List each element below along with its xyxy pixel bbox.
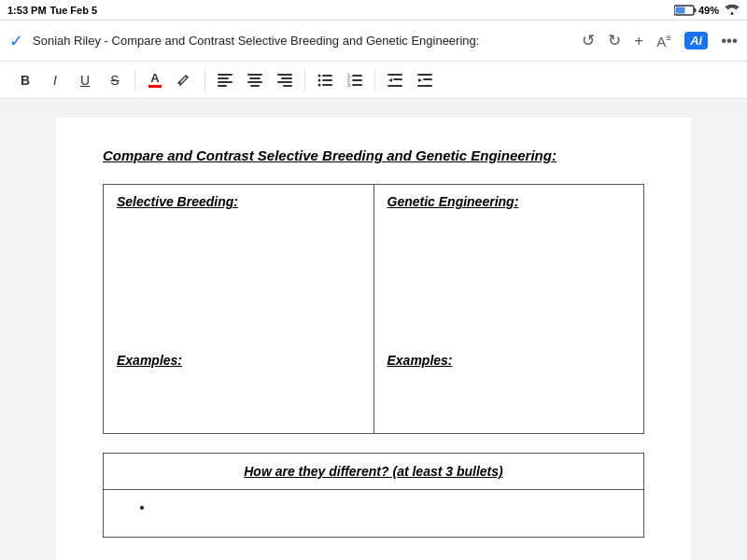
svg-rect-18	[322, 79, 332, 81]
svg-rect-29	[393, 78, 402, 80]
differences-header-cell: How are they different? (at least 3 bull…	[104, 454, 644, 490]
toolbar-separator-1	[134, 70, 135, 91]
svg-rect-6	[218, 85, 227, 87]
genetic-engineering-examples-body	[388, 368, 631, 424]
undo-button[interactable]: ↺	[582, 31, 595, 50]
svg-rect-26	[352, 84, 362, 86]
title-bar-actions: ↺ ↻ + A≡ Ai •••	[582, 31, 738, 50]
compare-contrast-table: Selective Breeding: Examples: Genetic En…	[103, 184, 644, 434]
svg-point-19	[318, 83, 321, 86]
svg-rect-16	[322, 75, 332, 77]
numbered-list-button[interactable]: 1. 2. 3.	[341, 66, 369, 94]
differences-header: How are they different? (at least 3 bull…	[244, 464, 502, 479]
svg-rect-13	[277, 81, 292, 83]
document-area: Compare and Contrast Selective Breeding …	[0, 99, 747, 560]
svg-rect-5	[218, 81, 233, 83]
svg-marker-32	[418, 78, 422, 82]
svg-rect-4	[218, 77, 229, 79]
differences-body-cell	[104, 490, 644, 538]
svg-rect-33	[423, 78, 432, 80]
title-bar: ✓ Soniah Riley - Compare and Contrast Se…	[0, 21, 747, 62]
svg-point-15	[318, 74, 321, 77]
indent-decrease-button[interactable]	[381, 66, 409, 94]
svg-rect-14	[283, 85, 292, 87]
text-format-button[interactable]: A≡	[656, 33, 671, 49]
selective-breeding-body	[117, 213, 360, 343]
format-toolbar: B I U S A	[0, 62, 747, 99]
italic-button[interactable]: I	[41, 66, 69, 94]
time-display: 1:53 PM	[7, 5, 47, 16]
svg-rect-27	[388, 74, 402, 76]
document-page: Compare and Contrast Selective Breeding …	[56, 118, 691, 560]
align-right-button[interactable]	[271, 66, 299, 94]
svg-rect-8	[249, 77, 261, 79]
svg-rect-11	[277, 74, 292, 76]
highlight-button[interactable]	[171, 66, 199, 94]
status-bar-right: 49%	[674, 4, 740, 17]
document-title: Soniah Riley - Compare and Contrast Sele…	[33, 34, 572, 48]
svg-rect-20	[322, 84, 332, 86]
strikethrough-button[interactable]: S	[101, 66, 129, 94]
ai-badge[interactable]: Ai	[684, 32, 708, 49]
svg-rect-30	[388, 85, 402, 87]
svg-marker-28	[388, 78, 392, 82]
toolbar-separator-3	[304, 70, 305, 91]
toolbar-separator-4	[374, 70, 375, 91]
genetic-engineering-cell: Genetic Engineering: Examples:	[374, 185, 644, 434]
status-bar-left: 1:53 PM Tue Feb 5	[7, 5, 97, 16]
svg-rect-9	[247, 81, 262, 83]
check-icon[interactable]: ✓	[9, 31, 23, 51]
svg-rect-10	[250, 85, 260, 87]
selective-breeding-examples-body	[117, 368, 360, 424]
genetic-engineering-examples: Examples:	[388, 353, 631, 368]
battery-icon	[674, 5, 697, 16]
svg-text:3.: 3.	[347, 82, 351, 87]
genetic-engineering-body	[388, 213, 631, 343]
battery-percent: 49%	[698, 5, 719, 16]
svg-rect-7	[247, 74, 262, 76]
document-main-title: Compare and Contrast Selective Breeding …	[103, 146, 644, 165]
selective-breeding-header: Selective Breeding:	[117, 194, 360, 209]
selective-breeding-cell: Selective Breeding: Examples:	[104, 185, 374, 434]
genetic-engineering-header: Genetic Engineering:	[388, 194, 631, 209]
align-center-button[interactable]	[241, 66, 269, 94]
svg-rect-34	[417, 85, 432, 87]
svg-rect-22	[352, 75, 362, 77]
battery-indicator: 49%	[674, 5, 719, 16]
svg-point-17	[318, 78, 321, 81]
date-display: Tue Feb 5	[50, 5, 98, 16]
svg-rect-1	[675, 7, 684, 13]
more-options-button[interactable]: •••	[721, 32, 738, 50]
svg-rect-12	[281, 77, 292, 79]
font-color-button[interactable]: A	[141, 66, 169, 94]
svg-rect-2	[694, 8, 697, 12]
toolbar-separator-2	[204, 70, 205, 91]
selective-breeding-examples: Examples:	[117, 353, 360, 368]
indent-increase-button[interactable]	[411, 66, 439, 94]
redo-button[interactable]: ↻	[608, 31, 621, 50]
svg-rect-3	[218, 74, 233, 76]
status-bar: 1:53 PM Tue Feb 5 49%	[0, 0, 747, 21]
bold-button[interactable]: B	[11, 66, 39, 94]
add-button[interactable]: +	[634, 32, 643, 50]
align-left-button[interactable]	[211, 66, 239, 94]
wifi-icon	[725, 4, 740, 17]
differences-bullet-1	[154, 499, 630, 514]
underline-button[interactable]: U	[71, 66, 99, 94]
differences-table: How are they different? (at least 3 bull…	[103, 453, 644, 538]
svg-rect-31	[417, 74, 432, 76]
svg-rect-24	[352, 79, 362, 81]
bullet-list-button[interactable]	[311, 66, 339, 94]
